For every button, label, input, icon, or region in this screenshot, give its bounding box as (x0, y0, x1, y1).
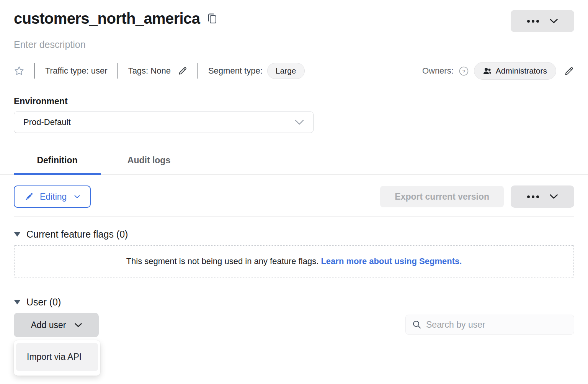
more-options-icon (527, 20, 539, 23)
help-icon[interactable]: ? (459, 66, 469, 76)
feature-flags-title: Current feature flags (0) (26, 229, 128, 240)
menu-item-import-via-api[interactable]: Import via API (16, 343, 98, 371)
chevron-down-icon (550, 194, 558, 199)
segment-type-badge: Large (267, 63, 305, 79)
edit-owners-button[interactable] (564, 66, 574, 76)
user-section-header[interactable]: User (0) (14, 297, 574, 308)
divider (34, 63, 35, 79)
user-section: User (0) Add user Import via API (14, 297, 574, 337)
divider (118, 63, 118, 79)
search-by-user-input[interactable] (426, 320, 567, 330)
user-search-box (405, 315, 574, 335)
star-icon (14, 66, 24, 76)
pencil-filled-icon (24, 192, 33, 201)
segment-detail-page: customers_north_america Enter descriptio… (0, 10, 588, 337)
favorite-star-button[interactable] (14, 66, 24, 76)
more-options-icon (527, 195, 539, 198)
feature-flags-empty-state: This segment is not being used in any fe… (14, 245, 574, 277)
definition-more-button[interactable] (511, 185, 574, 208)
feature-flags-header[interactable]: Current feature flags (0) (14, 229, 574, 240)
meta-row: Traffic type: user Tags: None Segment ty… (14, 62, 574, 79)
collapse-triangle-icon (14, 232, 21, 237)
environment-selected-value: Prod-Default (23, 117, 71, 127)
edit-tags-button[interactable] (178, 66, 188, 76)
chevron-down-icon (295, 120, 304, 125)
feature-flags-section: Current feature flags (0) This segment i… (14, 229, 574, 277)
chevron-down-icon (550, 19, 558, 23)
pencil-icon (564, 66, 574, 76)
export-version-button[interactable]: Export current version (380, 186, 504, 207)
empty-state-text: This segment is not being used in any fe… (126, 256, 319, 266)
editing-label: Editing (40, 192, 67, 202)
owners-area: Owners: ? Administrators (422, 62, 574, 80)
tab-definition[interactable]: Definition (14, 151, 101, 175)
environment-section: Environment Prod-Default (14, 96, 574, 133)
tags-label: Tags: None (128, 66, 171, 76)
divider (14, 216, 574, 217)
environment-select[interactable]: Prod-Default (14, 112, 314, 133)
tab-audit-logs[interactable]: Audit logs (101, 151, 197, 175)
copy-name-button[interactable] (207, 13, 217, 24)
search-icon (412, 320, 421, 329)
divider (198, 63, 198, 79)
user-body: Add user Import via API (14, 313, 574, 337)
owners-chip: Administrators (474, 62, 556, 80)
definition-toolbar: Editing Export current version (14, 185, 574, 208)
chevron-down-icon (74, 195, 80, 199)
pencil-icon (178, 66, 188, 76)
learn-more-link[interactable]: Learn more about using Segments. (321, 256, 462, 266)
add-user-label: Add user (31, 320, 66, 330)
add-user-button[interactable]: Add user (14, 313, 99, 337)
page-title: customers_north_america (14, 10, 200, 27)
owners-value: Administrators (496, 66, 547, 75)
traffic-type-label: Traffic type: user (45, 66, 108, 76)
environment-label: Environment (14, 96, 574, 107)
add-user-dropdown-wrap: Add user Import via API (14, 313, 99, 337)
copy-icon (207, 13, 217, 24)
collapse-triangle-icon (14, 300, 21, 305)
segment-type-label: Segment type: (208, 66, 263, 76)
owners-label: Owners: (422, 66, 454, 76)
add-user-menu: Import via API (14, 340, 100, 376)
editing-status-button[interactable]: Editing (14, 185, 91, 208)
page-header: customers_north_america (14, 10, 574, 32)
user-section-title: User (0) (26, 297, 61, 308)
tab-bar: Definition Audit logs (14, 151, 574, 175)
svg-text:?: ? (462, 68, 465, 74)
segment-actions-button[interactable] (511, 10, 574, 32)
group-icon (483, 67, 492, 74)
description-placeholder[interactable]: Enter description (14, 39, 86, 50)
title-wrap: customers_north_america (14, 10, 217, 27)
chevron-down-icon (75, 323, 82, 327)
